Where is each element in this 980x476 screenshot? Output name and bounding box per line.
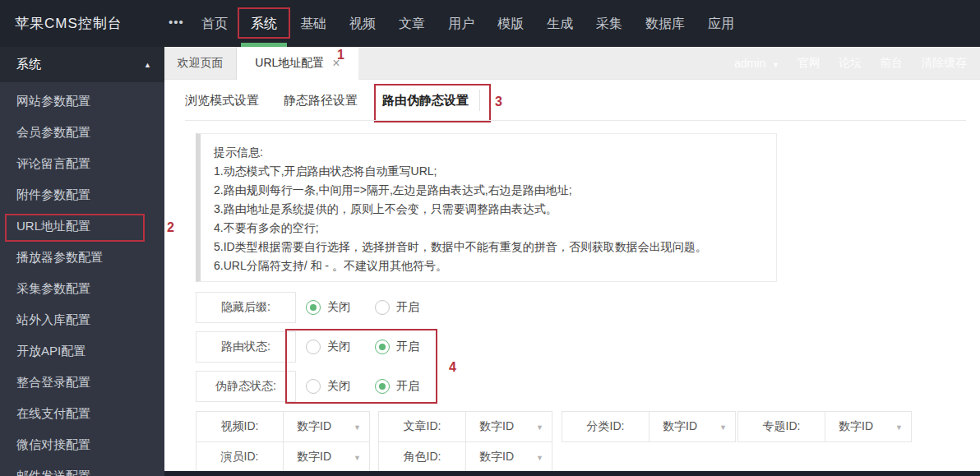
sidebar-item-attachment-config[interactable]: 附件参数配置 bbox=[0, 179, 164, 210]
nav-item-basic[interactable]: 基础 bbox=[300, 0, 326, 47]
username: admin bbox=[734, 57, 765, 70]
tab-welcome[interactable]: 欢迎页面 bbox=[164, 47, 237, 80]
subtab-route-rewrite[interactable]: 路由伪静态设置 bbox=[382, 80, 469, 121]
sidebar-item-member-params[interactable]: 会员参数配置 bbox=[0, 117, 164, 148]
nav-item-collect[interactable]: 采集 bbox=[596, 0, 622, 47]
select-topic-id[interactable]: 数字ID ▼ bbox=[825, 411, 912, 442]
tips-panel: 提示信息: 1.动态模式下,开启路由状态将自动重写URL; 2.路由规则每行一条… bbox=[196, 133, 777, 282]
sidebar-item-wechat[interactable]: 微信对接配置 bbox=[0, 429, 164, 460]
chevron-down-icon: ▼ bbox=[719, 423, 727, 432]
field-label-category-id: 分类ID: bbox=[562, 411, 649, 442]
radio-icon bbox=[375, 340, 390, 354]
sidebar-item-comment-config[interactable]: 评论留言配置 bbox=[0, 148, 164, 179]
sidebar-item-open-api[interactable]: 开放API配置 bbox=[0, 335, 164, 367]
tips-line: 4.不要有多余的空行; bbox=[214, 219, 763, 238]
collapse-arrow-icon: ▲ bbox=[144, 61, 151, 69]
nav-item-template[interactable]: 模版 bbox=[497, 0, 524, 47]
sidebar-item-online-payment[interactable]: 在线支付配置 bbox=[0, 398, 164, 429]
radio-label: 开启 bbox=[396, 300, 419, 315]
radio-icon bbox=[306, 340, 321, 354]
select-value: 数字ID bbox=[297, 450, 331, 464]
field-label-video-id: 视频ID: bbox=[196, 411, 284, 442]
sidebar-menu: 网站参数配置 会员参数配置 评论留言配置 附件参数配置 URL地址配置 播放器参… bbox=[0, 82, 164, 476]
select-article-id[interactable]: 数字ID ▼ bbox=[466, 411, 552, 442]
id-field-video: 视频ID: 数字ID ▼ bbox=[196, 411, 370, 442]
select-value: 数字ID bbox=[479, 450, 514, 464]
annotation-digit-1: 1 bbox=[337, 48, 344, 62]
sidebar-item-player-params[interactable]: 播放器参数配置 bbox=[0, 242, 164, 273]
nav-item-article[interactable]: 文章 bbox=[399, 0, 425, 47]
subtab-nav: 浏览模式设置 静态路径设置 路由伪静态设置 bbox=[185, 80, 469, 121]
tips-line: 6.URL分隔符支持/ 和 - 。不建议用其他符号。 bbox=[214, 256, 763, 275]
chevron-down-icon: ▼ bbox=[772, 61, 779, 69]
sidebar: 系统 ▲ 网站参数配置 会员参数配置 评论留言配置 附件参数配置 URL地址配置… bbox=[0, 47, 164, 476]
nav-item-database[interactable]: 数据库 bbox=[645, 0, 685, 47]
tab-url-config-label: URL地址配置 bbox=[255, 56, 324, 71]
radio-icon bbox=[306, 379, 321, 394]
radio-label: 开启 bbox=[396, 340, 419, 354]
nav-item-user[interactable]: 用户 bbox=[448, 0, 474, 47]
link-clear-cache[interactable]: 清除缓存 bbox=[921, 56, 967, 71]
sidebar-item-email[interactable]: 邮件发送配置 bbox=[0, 460, 164, 476]
radio-rewrite-on[interactable]: 开启 bbox=[375, 379, 419, 394]
radio-route-off[interactable]: 关闭 bbox=[306, 340, 350, 354]
radio-route-on[interactable]: 开启 bbox=[375, 340, 419, 354]
top-navbar: 苹果CMS控制台 ••• 首页 系统 基础 视频 文章 用户 模版 生成 采集 … bbox=[0, 0, 980, 47]
tips-line: 3.路由地址是系统提供的，原则上不会变，只需要调整路由表达式。 bbox=[214, 200, 763, 219]
divider bbox=[185, 120, 966, 121]
sidebar-item-integrated-login[interactable]: 整合登录配置 bbox=[0, 367, 164, 398]
sidebar-group-label: 系统 bbox=[16, 57, 41, 72]
sidebar-item-site-params[interactable]: 网站参数配置 bbox=[0, 85, 164, 117]
ellipsis-icon[interactable]: ••• bbox=[169, 0, 184, 47]
link-official-site[interactable]: 官网 bbox=[797, 56, 821, 71]
field-label-route-status: 路由状态: bbox=[196, 331, 296, 363]
subtab-browse-mode[interactable]: 浏览模式设置 bbox=[185, 80, 259, 121]
nav-item-apps[interactable]: 应用 bbox=[708, 0, 734, 47]
radio-icon bbox=[375, 379, 390, 394]
field-label-hide-suffix: 隐藏后缀: bbox=[196, 292, 296, 323]
radio-group-hide-suffix: 关闭 开启 bbox=[306, 292, 419, 323]
field-label-topic-id: 专题ID: bbox=[737, 411, 825, 442]
radio-label: 关闭 bbox=[327, 379, 350, 394]
app-title: 苹果CMS控制台 bbox=[15, 0, 122, 47]
radio-hide-suffix-on[interactable]: 开启 bbox=[375, 300, 419, 315]
select-category-id[interactable]: 数字ID ▼ bbox=[649, 411, 736, 442]
subtab-separator bbox=[479, 90, 480, 111]
user-dropdown[interactable]: admin ▼ bbox=[734, 57, 779, 70]
nav-item-generate[interactable]: 生成 bbox=[547, 0, 573, 47]
select-value: 数字ID bbox=[479, 419, 514, 434]
radio-icon bbox=[375, 300, 390, 315]
radio-rewrite-off[interactable]: 关闭 bbox=[306, 379, 350, 394]
select-value: 数字ID bbox=[839, 419, 873, 434]
tips-title: 提示信息: bbox=[214, 143, 763, 162]
id-field-topic: 专题ID: 数字ID ▼ bbox=[737, 411, 912, 442]
chevron-down-icon: ▼ bbox=[354, 454, 361, 462]
nav-item-system-label: 系统 bbox=[251, 16, 277, 30]
sidebar-group-system[interactable]: 系统 ▲ bbox=[0, 47, 164, 82]
radio-group-rewrite-status: 关闭 开启 bbox=[306, 371, 419, 402]
select-value: 数字ID bbox=[297, 419, 331, 434]
cut-off-panel-edge bbox=[164, 471, 980, 476]
select-actor-id[interactable]: 数字ID ▼ bbox=[284, 441, 370, 473]
radio-label: 开启 bbox=[396, 379, 419, 394]
chevron-down-icon: ▼ bbox=[354, 423, 361, 432]
select-role-id[interactable]: 数字ID ▼ bbox=[466, 441, 552, 473]
field-label-role-id: 角色ID: bbox=[378, 441, 466, 473]
sidebar-item-url-config[interactable]: URL地址配置 bbox=[0, 210, 164, 242]
sidebar-item-collect-params[interactable]: 采集参数配置 bbox=[0, 273, 164, 304]
nav-item-video[interactable]: 视频 bbox=[349, 0, 376, 47]
field-label-rewrite-status: 伪静态状态: bbox=[196, 371, 296, 402]
link-forum[interactable]: 论坛 bbox=[839, 56, 862, 71]
select-video-id[interactable]: 数字ID ▼ bbox=[284, 411, 370, 442]
sidebar-item-url-config-label: URL地址配置 bbox=[16, 219, 90, 233]
nav-item-home[interactable]: 首页 bbox=[201, 0, 228, 47]
annotation-digit-2: 2 bbox=[167, 220, 174, 235]
nav-item-system[interactable]: 系统 bbox=[251, 0, 277, 47]
subtab-static-path[interactable]: 静态路径设置 bbox=[284, 80, 358, 121]
select-value: 数字ID bbox=[663, 419, 697, 434]
sidebar-item-external-storage[interactable]: 站外入库配置 bbox=[0, 304, 164, 335]
link-frontend[interactable]: 前台 bbox=[880, 56, 903, 71]
radio-hide-suffix-off[interactable]: 关闭 bbox=[306, 300, 350, 315]
tab-welcome-label: 欢迎页面 bbox=[178, 56, 224, 71]
tips-line: 5.ID类型根据需要自行选择，选择拼音时，数据中不能有重复的拼音，否则获取数据会… bbox=[214, 238, 763, 256]
